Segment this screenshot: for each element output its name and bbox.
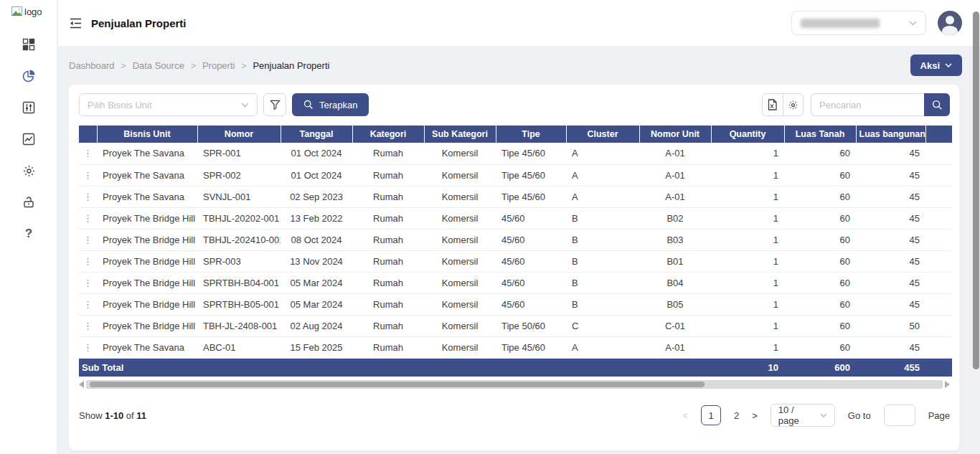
settings-gear-icon[interactable] <box>22 164 36 178</box>
business-unit-placeholder: Pilih Bisnis Unit <box>88 100 152 110</box>
cell-quantity: 1 <box>711 143 784 164</box>
cell-tipe: Tipe 45/60 <box>496 336 566 358</box>
cell-spacer <box>925 315 952 336</box>
row-kebab-menu-icon[interactable]: ⋮ <box>83 213 93 224</box>
table-search <box>811 93 950 116</box>
header-bisnis-unit: Bisnis Unit <box>97 126 197 143</box>
cell-luas-tanah: 60 <box>784 315 856 336</box>
cell-bisnis-unit: Proyek The Savana <box>97 186 197 207</box>
horizontal-scroll-thumb[interactable] <box>90 382 705 387</box>
cell-bisnis-unit: Proyek The Bridge Hill <box>97 315 197 336</box>
menu-fold-icon[interactable] <box>70 16 83 29</box>
app-logo[interactable]: logo <box>11 6 42 17</box>
row-kebab-menu-icon[interactable]: ⋮ <box>83 321 93 331</box>
cell-quantity: 1 <box>711 207 784 229</box>
cell-nomor-unit: A-01 <box>639 164 711 186</box>
pie-chart-icon[interactable] <box>22 69 36 83</box>
page-button-1[interactable]: 1 <box>701 405 721 425</box>
sliders-icon[interactable] <box>22 100 36 115</box>
row-kebab-menu-icon[interactable]: ⋮ <box>83 148 93 159</box>
cell-quantity: 1 <box>711 229 784 250</box>
cell-tipe: 45/60 <box>496 272 566 293</box>
filter-funnel-button[interactable] <box>263 93 286 116</box>
row-kebab-menu-icon[interactable]: ⋮ <box>83 170 93 181</box>
cell-nomor-unit: B03 <box>639 229 711 250</box>
vertical-scrollbar-thumb[interactable] <box>973 11 979 369</box>
breadcrumb-properti[interactable]: Properti <box>202 60 235 71</box>
cell-tanggal: 15 Feb 2025 <box>281 336 352 358</box>
page-title: Penjualan Properti <box>91 17 187 29</box>
cell-kategori: Rumah <box>352 293 424 315</box>
export-file-button[interactable] <box>763 94 783 115</box>
header-tanggal: Tanggal <box>281 126 352 143</box>
cell-spacer <box>925 336 952 358</box>
row-kebab-menu-icon[interactable]: ⋮ <box>83 278 93 288</box>
cell-cluster: B <box>566 272 639 293</box>
subtotal-luas-bangunan: 455 <box>856 358 925 377</box>
help-question-icon[interactable]: ? <box>22 227 36 241</box>
cell-spacer <box>925 143 952 164</box>
search-input[interactable] <box>811 93 924 116</box>
avatar[interactable] <box>938 11 962 35</box>
page-label: Page <box>928 410 950 421</box>
cell-quantity: 1 <box>711 186 784 207</box>
cell-spacer <box>925 293 952 315</box>
breadcrumb-dashboard[interactable]: Dashboard <box>69 60 115 71</box>
row-kebab-menu-icon[interactable]: ⋮ <box>83 235 93 245</box>
chevron-down-icon <box>909 21 917 26</box>
unlock-icon[interactable] <box>22 195 36 209</box>
breadcrumb-data-source[interactable]: Data Source <box>133 60 184 71</box>
table-row: ⋮ Proyek The Bridge Hill SPRTBH-B05-001 … <box>79 293 952 315</box>
horizontal-scroll-track[interactable] <box>86 380 943 389</box>
next-page-button[interactable]: > <box>752 410 758 421</box>
prev-page-button[interactable]: < <box>682 410 688 421</box>
cell-nomor: TBHJL-20202-001 <box>197 207 281 229</box>
funnel-icon <box>270 100 281 110</box>
row-actions-cell: ⋮ <box>79 315 97 336</box>
scroll-right-arrow-icon[interactable] <box>945 381 950 388</box>
total-value: 11 <box>136 410 146 421</box>
goto-page-input[interactable] <box>884 405 915 426</box>
scroll-left-arrow-icon[interactable] <box>79 381 84 388</box>
cell-bisnis-unit: Proyek The Bridge Hill <box>97 272 197 293</box>
cell-quantity: 1 <box>711 336 784 358</box>
cell-cluster: A <box>566 143 639 164</box>
row-kebab-menu-icon[interactable]: ⋮ <box>83 256 93 267</box>
cell-cluster: A <box>566 186 639 207</box>
cell-spacer <box>925 229 952 250</box>
row-kebab-menu-icon[interactable]: ⋮ <box>83 191 93 202</box>
column-settings-button[interactable] <box>783 94 804 115</box>
cell-nomor: SPR-001 <box>197 143 281 164</box>
cell-spacer <box>925 186 952 207</box>
row-kebab-menu-icon[interactable]: ⋮ <box>83 299 93 310</box>
breadcrumb-separator: > <box>121 61 126 71</box>
pager-controls: < 1 2 > 10 / page Go to Page <box>682 404 950 427</box>
content-card: Pilih Bisnis Unit Terapkan <box>69 85 959 450</box>
dashboard-grid-icon[interactable] <box>22 37 36 52</box>
header-luas-tanah: Luas Tanah <box>784 126 856 143</box>
cell-cluster: B <box>566 207 639 229</box>
broken-image-icon <box>11 6 24 17</box>
cell-spacer <box>925 272 952 293</box>
per-page-select[interactable]: 10 / page <box>771 404 835 427</box>
row-kebab-menu-icon[interactable]: ⋮ <box>83 342 93 353</box>
header-luas-bangunan: Luas bangunan <box>856 126 925 143</box>
business-unit-select[interactable]: Pilih Bisnis Unit <box>79 93 258 116</box>
line-chart-icon[interactable] <box>22 132 36 146</box>
cell-luas-bangunan: 45 <box>856 229 925 250</box>
cell-luas-bangunan: 45 <box>856 164 925 186</box>
cell-bisnis-unit: Proyek The Bridge Hill <box>97 250 197 272</box>
topbar: Penjualan Properti <box>58 0 980 46</box>
data-table: Bisnis Unit Nomor Tanggal Kategori Sub K… <box>79 126 952 377</box>
cell-luas-bangunan: 45 <box>856 336 925 358</box>
search-button[interactable] <box>924 93 950 116</box>
user-dropdown[interactable] <box>791 11 926 35</box>
subtotal-quantity: 10 <box>711 358 784 377</box>
page-button-2[interactable]: 2 <box>734 410 739 421</box>
cell-luas-tanah: 60 <box>784 164 856 186</box>
cell-nomor: SPRTBH-B05-001 <box>197 293 281 315</box>
terapkan-button[interactable]: Terapkan <box>292 93 369 116</box>
cell-luas-bangunan: 45 <box>856 293 925 315</box>
aksi-button[interactable]: Aksi <box>910 55 962 76</box>
cell-spacer <box>925 207 952 229</box>
